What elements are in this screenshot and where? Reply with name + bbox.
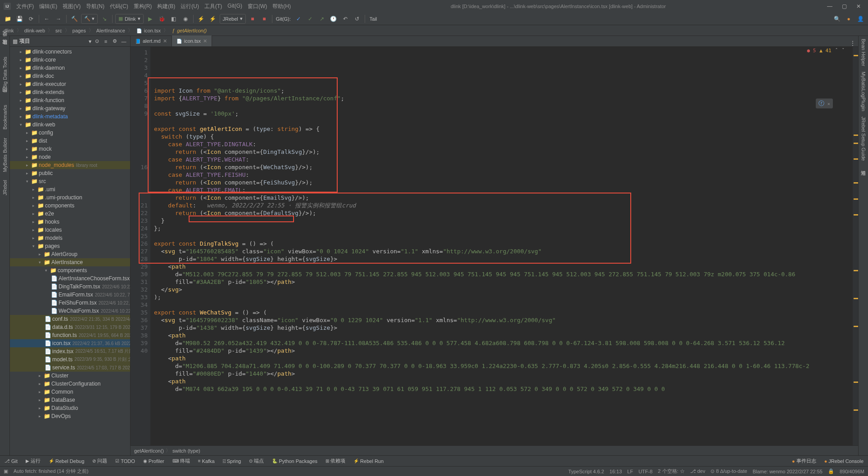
file-item[interactable]: 📄service.ts2022/4/5 17:03, 717 B 2022/4/… bbox=[10, 364, 130, 372]
git-history-icon[interactable]: 🕐 bbox=[329, 14, 339, 24]
minimize-button[interactable]: — bbox=[824, 2, 836, 10]
stop2-icon[interactable]: ■ bbox=[259, 14, 269, 24]
folder-item[interactable]: ▸📁ClusterConfiguration bbox=[10, 380, 130, 388]
bottom-tab[interactable]: ⊞ 依赖项 bbox=[324, 457, 347, 465]
git-push-icon[interactable]: ↗ bbox=[317, 14, 327, 24]
sync-icon[interactable]: ⟳ bbox=[26, 14, 36, 24]
menu-item[interactable]: 工具(T) bbox=[203, 2, 224, 11]
close-icon[interactable]: ✕ bbox=[203, 38, 207, 44]
close-button[interactable]: ✕ bbox=[853, 2, 864, 10]
git-update-icon[interactable]: ✓ bbox=[294, 14, 303, 24]
menu-item[interactable]: 运行(U) bbox=[179, 2, 201, 11]
file-item[interactable]: 📄WeChatForm.tsx2022/4/6 10:22, 7.04 bbox=[10, 307, 130, 315]
minimap[interactable] bbox=[853, 47, 858, 445]
folder-item[interactable]: ▸📁hooks bbox=[10, 218, 130, 226]
folder-item[interactable]: ▸📁AlertGroup bbox=[10, 250, 130, 258]
code-crumb[interactable]: getAlertIcon() bbox=[134, 448, 164, 454]
status-indent[interactable]: 2 个空格: ☆ bbox=[658, 468, 684, 475]
folder-item[interactable]: ▸📁dlink-daemon bbox=[10, 64, 130, 72]
file-item[interactable]: 📄function.ts2022/4/1 19:55, 664 B 2022/4… bbox=[10, 331, 130, 339]
back-icon[interactable]: ← bbox=[42, 14, 52, 24]
ide-update-icon[interactable]: ● bbox=[844, 14, 854, 24]
status-ts[interactable]: TypeScript 4.6.2 bbox=[568, 469, 604, 474]
folder-item[interactable]: ▸📁dlink-doc bbox=[10, 72, 130, 80]
status-blame[interactable]: Blame: wenmo 2022/2/27 22:55 bbox=[753, 469, 823, 474]
menu-item[interactable]: 构建(B) bbox=[155, 2, 177, 11]
folder-item[interactable]: ▸📁public bbox=[10, 169, 130, 177]
git-rollback-icon[interactable]: ↶ bbox=[340, 14, 350, 24]
status-enc[interactable]: UTF-8 bbox=[638, 469, 652, 474]
folder-item[interactable]: ▸📁dlink-core bbox=[10, 56, 130, 64]
status-pos[interactable]: 16:13 bbox=[610, 469, 622, 474]
bottom-tab[interactable]: ≡ Kafka bbox=[196, 458, 217, 465]
folder-item[interactable]: ▸📁.umi-production bbox=[10, 193, 130, 202]
menu-item[interactable]: 重构(R) bbox=[132, 2, 154, 11]
file-item[interactable]: 📄EmailForm.tsx2022/4/6 10:22, 7.19 k bbox=[10, 291, 130, 299]
file-item[interactable]: 📄DingTalkForm.tsx2022/4/6 10:22, 5 bbox=[10, 283, 130, 291]
folder-item[interactable]: ▸📁components bbox=[10, 202, 130, 210]
save-icon[interactable]: 💾 bbox=[14, 14, 24, 24]
project-drop-icon[interactable]: ▾ bbox=[89, 38, 91, 45]
breadcrumb-segment[interactable]: 📄 icon.tsx bbox=[135, 28, 162, 33]
breadcrumb-segment[interactable]: dlink-web bbox=[23, 28, 46, 33]
tail-label[interactable]: Tail bbox=[368, 16, 379, 22]
status-updates[interactable]: ⊙ 8 ∆/up-to-date bbox=[710, 468, 747, 474]
bottom-tab[interactable]: ⊙ 端点 bbox=[247, 457, 266, 465]
file-item[interactable]: 📄conf.ts2022/4/2 21:35, 334 B 2022/4/5 1… bbox=[10, 315, 130, 323]
folder-item[interactable]: ▸📁Common bbox=[10, 388, 130, 396]
editor-tab[interactable]: 📘alert.md✕ bbox=[131, 36, 172, 46]
folder-item[interactable]: ▸📁node bbox=[10, 153, 130, 161]
coverage-icon[interactable]: ◧ bbox=[169, 14, 179, 24]
avatar-icon[interactable]: 👤 bbox=[855, 14, 865, 24]
folder-item[interactable]: ▸📁dist bbox=[10, 137, 130, 145]
side-tab[interactable]: MyBatisLogPlugin bbox=[860, 69, 867, 114]
menu-item[interactable]: 窗口(W) bbox=[246, 2, 269, 11]
rebel-debug-icon[interactable]: ⚡ bbox=[208, 14, 218, 24]
file-item[interactable]: 📄AlertInstanceChooseForm.tsx2022 bbox=[10, 274, 130, 283]
profile-icon[interactable]: ◉ bbox=[181, 14, 190, 24]
breadcrumb-segment[interactable]: pages bbox=[72, 28, 87, 33]
folder-item[interactable]: ▸📁DataBase bbox=[10, 396, 130, 404]
bottom-tab[interactable]: ▶ 运行 bbox=[24, 457, 42, 465]
project-dropdown-icon[interactable]: ▦ bbox=[13, 38, 18, 45]
folder-item[interactable]: ▾📁pages bbox=[10, 242, 130, 250]
menu-item[interactable]: 文件(F) bbox=[14, 2, 36, 11]
status-lock-icon[interactable]: 🔒 bbox=[828, 468, 834, 474]
forward-icon[interactable]: → bbox=[54, 14, 63, 24]
run-icon[interactable]: ▶ bbox=[145, 14, 155, 24]
status-branch[interactable]: ⎇ dev bbox=[690, 468, 705, 474]
folder-item[interactable]: ▸📁dlink-extends bbox=[10, 88, 130, 96]
build-icon[interactable]: 🔨 bbox=[69, 14, 79, 24]
git-commit-icon[interactable]: ✓ bbox=[305, 14, 315, 24]
side-tab[interactable]: MyBatis Builder bbox=[1, 135, 9, 175]
status-lf[interactable]: LF bbox=[627, 469, 633, 474]
gear-icon[interactable]: ⚙ bbox=[111, 38, 118, 45]
file-item[interactable]: 📄model.ts2022/3/9 9:35, 930 B 片刻 之前 bbox=[10, 355, 130, 364]
status-tool-icon[interactable]: ▣ bbox=[4, 468, 8, 474]
collapse-icon[interactable]: — bbox=[120, 38, 127, 45]
folder-item[interactable]: ▸📁DevOps bbox=[10, 412, 130, 420]
close-icon[interactable]: ✕ bbox=[163, 38, 167, 44]
folder-item[interactable]: ▸📁Cluster bbox=[10, 372, 130, 380]
status-mem[interactable]: 890/4096M bbox=[840, 469, 864, 474]
project-title[interactable]: 项目 bbox=[19, 37, 87, 45]
side-tab[interactable]: Bookmarks bbox=[1, 102, 9, 132]
bottom-tab[interactable]: ⚡ Rebel Run bbox=[352, 458, 385, 465]
breadcrumb-segment[interactable]: ƒ getAlertIcon() bbox=[170, 28, 208, 33]
debug-icon[interactable]: 🐞 bbox=[157, 14, 167, 24]
editor-tab[interactable]: 📄icon.tsx✕ bbox=[172, 36, 212, 46]
run-config-dropdown[interactable]: ▦ Dlink ▾ bbox=[115, 14, 143, 24]
folder-item[interactable]: ▾📁src bbox=[10, 177, 130, 185]
side-tab[interactable]: JRebel bbox=[1, 177, 9, 198]
folder-item[interactable]: ▸📁dlink-gateway bbox=[10, 104, 130, 112]
code-crumb[interactable]: switch (type) bbox=[172, 448, 200, 454]
menu-item[interactable]: 帮助(H) bbox=[271, 2, 293, 11]
target-icon[interactable]: ⊙ bbox=[93, 38, 100, 45]
folder-item[interactable]: ▸📁dlink-metadata bbox=[10, 112, 130, 121]
breadcrumb-segment[interactable]: dlink bbox=[3, 28, 15, 33]
file-item[interactable]: 📄FeiShuForm.tsx2022/4/6 10:22, 5.61 bbox=[10, 299, 130, 307]
code-breadcrumb[interactable]: getAlertIcon()〉switch (type) bbox=[131, 445, 858, 455]
folder-item[interactable]: ▾📁AlertInstance bbox=[10, 258, 130, 266]
error-summary[interactable]: ● 5 ▲ 41 ˆˇ bbox=[807, 48, 845, 54]
file-item[interactable]: 📄index.tsx2022/4/5 16:51, 7.17 kB 片刻 之 bbox=[10, 347, 130, 355]
